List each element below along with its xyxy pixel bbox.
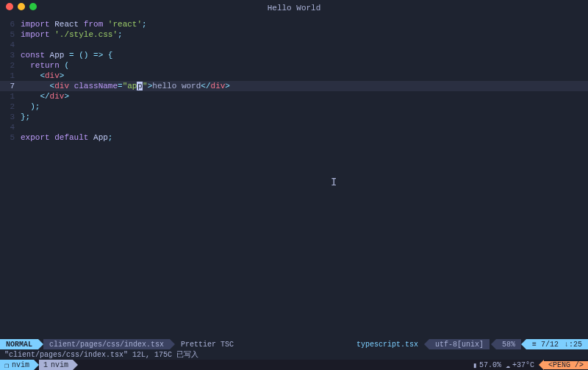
line-number: 1 bbox=[0, 71, 21, 80]
tmux-user-tag: <PENG /> bbox=[544, 361, 588, 369]
line-number: 7 bbox=[0, 82, 21, 90]
separator-icon bbox=[424, 339, 429, 349]
separator-icon bbox=[73, 360, 78, 370]
separator-icon bbox=[38, 339, 43, 349]
code-line[interactable]: 1 </div> bbox=[0, 91, 588, 102]
code-content: <div> bbox=[21, 71, 64, 80]
code-line[interactable]: 4 bbox=[0, 122, 588, 132]
window-index: 1 bbox=[43, 361, 48, 369]
minimize-window-button[interactable] bbox=[18, 3, 25, 10]
battery-percent: 57.0% bbox=[479, 361, 501, 369]
code-line[interactable]: 5import './style.css'; bbox=[0, 29, 588, 40]
vim-message-line: "client/pages/css/index.tsx" 12L, 175C 已… bbox=[0, 349, 588, 360]
code-line[interactable]: 2 return ( bbox=[0, 60, 588, 71]
code-content: export default App; bbox=[21, 133, 112, 142]
tmux-window[interactable]: 1 nvim bbox=[39, 360, 73, 370]
code-line[interactable]: 6import React from 'react'; bbox=[0, 19, 588, 29]
tmux-session[interactable]: ❐ nvim bbox=[0, 360, 34, 370]
file-path: client/pages/css/index.tsx bbox=[43, 339, 170, 349]
traffic-lights bbox=[6, 3, 37, 10]
code-line[interactable]: 3}; bbox=[0, 112, 588, 122]
code-content: import React from 'react'; bbox=[21, 20, 147, 29]
separator-icon bbox=[491, 339, 496, 349]
temperature: +37°C bbox=[512, 361, 534, 369]
linter-status: Prettier TSC bbox=[175, 339, 240, 349]
filetype-indicator: typescript.tsx bbox=[351, 339, 424, 349]
line-number: 5 bbox=[0, 30, 21, 39]
code-content: <div className="app">hello word</div> bbox=[21, 82, 230, 90]
code-content: </div> bbox=[21, 92, 69, 101]
tmux-statusline: ❐ nvim 1 nvim ▮ 57.0% ☁ +37°C <PENG /> bbox=[0, 360, 588, 370]
close-window-button[interactable] bbox=[6, 3, 13, 10]
line-number: 3 bbox=[0, 51, 21, 60]
session-name: nvim bbox=[12, 361, 29, 369]
separator-icon bbox=[539, 360, 544, 370]
maximize-window-button[interactable] bbox=[29, 3, 37, 10]
cursor-position-line: ≡ 7/12 bbox=[526, 339, 564, 349]
line-number: 5 bbox=[0, 133, 21, 142]
scroll-percent: 58% bbox=[496, 339, 521, 349]
code-content: import './style.css'; bbox=[21, 30, 123, 39]
separator-icon bbox=[521, 339, 526, 349]
window-title: Hello World bbox=[268, 4, 321, 13]
encoding-indicator: utf-8[unix] bbox=[429, 339, 490, 349]
line-number: 2 bbox=[0, 61, 21, 70]
separator-icon bbox=[34, 360, 39, 370]
battery-icon: ▮ bbox=[473, 361, 477, 369]
line-number: 4 bbox=[0, 123, 21, 132]
line-number: 3 bbox=[0, 113, 21, 121]
mode-indicator: NORMAL bbox=[0, 339, 38, 349]
code-content: const App = () => { bbox=[21, 51, 112, 60]
window-name: nvim bbox=[51, 361, 68, 369]
code-line[interactable]: 2 ); bbox=[0, 102, 588, 112]
cursor-position-col: ↓:25 bbox=[564, 339, 588, 349]
session-icon: ❐ bbox=[4, 361, 9, 369]
weather-icon: ☁ bbox=[506, 361, 510, 369]
text-cursor-icon: I bbox=[331, 177, 337, 188]
line-number: 4 bbox=[0, 40, 21, 49]
separator-icon bbox=[170, 339, 175, 349]
line-number: 1 bbox=[0, 92, 21, 101]
editor-viewport[interactable]: 6import React from 'react';5import './st… bbox=[0, 16, 588, 339]
window-titlebar: Hello World bbox=[0, 0, 588, 16]
code-line[interactable]: 7 <div className="app">hello word</div> bbox=[0, 81, 588, 91]
code-line[interactable]: 4 bbox=[0, 40, 588, 50]
line-number: 6 bbox=[0, 20, 21, 29]
code-content: }; bbox=[21, 113, 30, 121]
code-line[interactable]: 3const App = () => { bbox=[0, 50, 588, 60]
code-content: return ( bbox=[21, 61, 69, 70]
code-line[interactable]: 1 <div> bbox=[0, 71, 588, 81]
line-number: 2 bbox=[0, 102, 21, 111]
code-line[interactable]: 5export default App; bbox=[0, 132, 588, 143]
code-content: ); bbox=[21, 102, 40, 111]
vim-statusline: NORMAL client/pages/css/index.tsx Pretti… bbox=[0, 339, 588, 349]
